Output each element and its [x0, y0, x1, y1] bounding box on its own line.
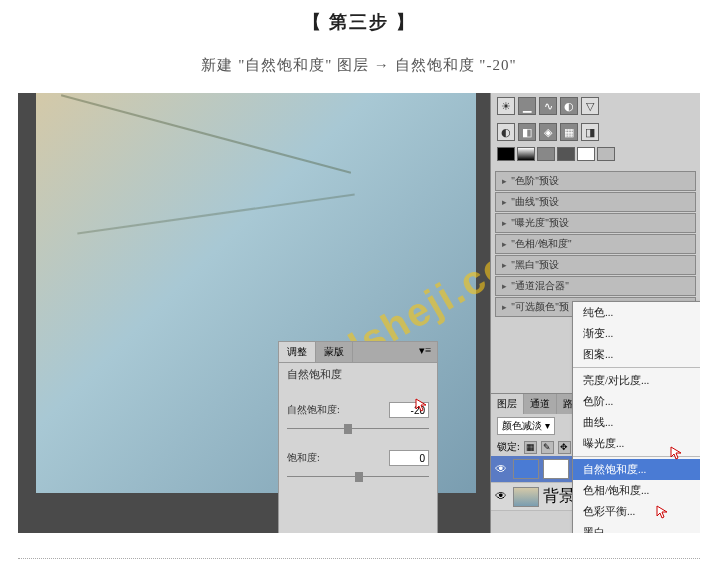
invert-icon[interactable]: ◨ — [581, 123, 599, 141]
adjustment-icons-row: ☀ ▁ ∿ ◐ ▽ — [491, 93, 700, 119]
curves-icon[interactable]: ∿ — [539, 97, 557, 115]
lock-transparency-icon[interactable]: ▦ — [524, 441, 537, 454]
menu-item[interactable]: 自然饱和度... — [573, 459, 700, 480]
menu-item[interactable]: 亮度/对比度... — [573, 370, 700, 391]
preset-item[interactable]: "黑白"预设 — [495, 255, 696, 275]
adjustment-context-menu: 纯色...渐变...图案...亮度/对比度...色阶...曲线...曝光度...… — [572, 301, 700, 533]
lock-label: 锁定: — [497, 440, 520, 454]
saturation-input[interactable] — [389, 450, 429, 466]
exposure-icon[interactable]: ◐ — [560, 97, 578, 115]
step-title: 【 第三步 】 — [0, 10, 718, 34]
adjustments-panel: 调整 蒙版 ▾≡ 自然饱和度 自然饱和度: 饱和度: ◧ ◉ ↻ 👁 🗑 — [278, 341, 438, 533]
menu-item[interactable]: 图案... — [573, 344, 700, 365]
visibility-icon[interactable]: 👁 — [495, 489, 509, 504]
vibrance-slider[interactable] — [287, 424, 429, 434]
layer-name: 背景 — [543, 486, 575, 507]
visibility-icon[interactable]: 👁 — [495, 462, 509, 477]
instruction-text: 新建 "自然饱和度" 图层 → 自然饱和度 "-20" — [0, 56, 718, 75]
levels-icon[interactable]: ▁ — [518, 97, 536, 115]
mixer-icon[interactable]: ◈ — [539, 123, 557, 141]
brightness-icon[interactable]: ☀ — [497, 97, 515, 115]
vibrance-icon[interactable]: ▽ — [581, 97, 599, 115]
preset-item[interactable]: "通道混合器" — [495, 276, 696, 296]
panel-menu-icon[interactable]: ▾≡ — [413, 342, 437, 362]
menu-item[interactable]: 纯色... — [573, 302, 700, 323]
vibrance-label: 自然饱和度: — [287, 403, 389, 417]
preset-item[interactable]: "色阶"预设 — [495, 171, 696, 191]
tab-adjustments[interactable]: 调整 — [279, 342, 316, 362]
preset-item[interactable]: "曲线"预设 — [495, 192, 696, 212]
menu-separator — [573, 456, 700, 457]
saturation-slider[interactable] — [287, 472, 429, 482]
adjustment-icons-row-2: ◐ ◧ ◈ ▦ ◨ — [491, 119, 700, 145]
selective-icon[interactable]: ▦ — [560, 123, 578, 141]
hue-icon[interactable]: ◐ — [497, 123, 515, 141]
divider — [18, 558, 700, 559]
tab-masks[interactable]: 蒙版 — [316, 342, 353, 362]
menu-item[interactable]: 黑白... — [573, 522, 700, 533]
saturation-label: 饱和度: — [287, 451, 389, 465]
preset-item[interactable]: "曝光度"预设 — [495, 213, 696, 233]
lock-pixels-icon[interactable]: ✎ — [541, 441, 554, 454]
menu-item[interactable]: 色彩平衡... — [573, 501, 700, 522]
lock-position-icon[interactable]: ✥ — [558, 441, 571, 454]
adjustment-title: 自然饱和度 — [279, 363, 437, 386]
preset-list: "色阶"预设 "曲线"预设 "曝光度"预设 "色相/饱和度" "黑白"预设 "通… — [495, 171, 696, 317]
menu-separator — [573, 367, 700, 368]
preset-item[interactable]: "色相/饱和度" — [495, 234, 696, 254]
menu-item[interactable]: 曝光度... — [573, 433, 700, 454]
blend-mode-select[interactable]: 颜色减淡 ▾ — [497, 417, 555, 435]
menu-item[interactable]: 渐变... — [573, 323, 700, 344]
menu-item[interactable]: 色阶... — [573, 391, 700, 412]
menu-item[interactable]: 色相/饱和度... — [573, 480, 700, 501]
bw-icon[interactable]: ◧ — [518, 123, 536, 141]
tab-channels[interactable]: 通道 — [524, 394, 557, 414]
tab-layers[interactable]: 图层 — [491, 394, 524, 414]
app-area: 9dsheji.com 调整 蒙版 ▾≡ 自然饱和度 自然饱和度: 饱和度: ◧… — [18, 93, 700, 533]
menu-item[interactable]: 曲线... — [573, 412, 700, 433]
vibrance-input[interactable] — [389, 402, 429, 418]
